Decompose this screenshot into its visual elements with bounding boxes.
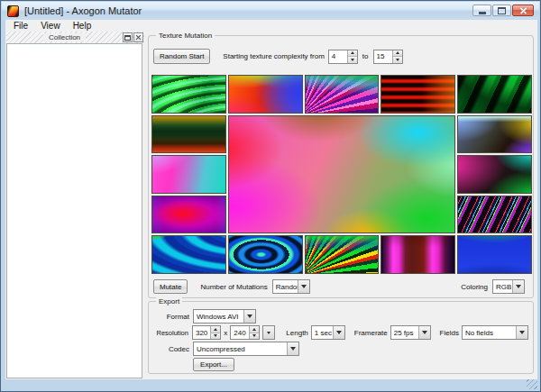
minimize-button[interactable] [472,5,491,16]
format-combobox[interactable]: Windows AVI [193,309,256,324]
texture-thumbnail-r4c1[interactable] [151,196,226,234]
maximize-icon [498,7,506,14]
export-button-row: Export... [153,358,528,371]
coloring-value: RGB [493,280,512,293]
texture-thumbnail-r5c1[interactable] [151,235,226,274]
spin-down-button[interactable] [348,57,357,63]
texture-thumbnail-r4c5[interactable] [457,196,532,234]
complexity-from-value: 4 [329,50,347,63]
arrow-down-icon [214,334,217,337]
coloring-combobox[interactable]: RGB [492,279,525,294]
spin-buttons [210,326,220,339]
format-value: Windows AVI [194,310,243,323]
spin-up-button[interactable] [393,50,402,58]
texture-thumbnail-r3c5[interactable] [457,155,532,194]
arrow-down-icon [516,285,521,288]
client-area: Collection Texture Mutation Random Start… [5,32,537,379]
export-group-title: Export [156,297,182,305]
codec-combobox[interactable]: Uncompressed [193,342,299,356]
length-combobox[interactable]: 1 sec [311,325,345,340]
complexity-from-spinbox[interactable]: 4 [328,50,358,64]
close-icon [519,6,527,14]
length-value: 1 sec [312,326,333,339]
resize-grip[interactable] [527,379,537,389]
resolution-x-label: x [224,329,227,337]
app-icon [7,5,19,17]
collection-float-button[interactable] [123,32,133,42]
texture-thumbnail-r5c5[interactable] [457,235,532,274]
complexity-to-spinbox[interactable]: 15 [373,50,403,64]
texture-thumbnail-r5c2[interactable] [228,235,303,274]
texture-mutation-group: Texture Mutation Random Start Starting t… [148,35,534,298]
complexity-label: Starting texture complexity from [223,52,324,60]
combo-dropdown-button[interactable] [287,342,298,355]
framerate-combobox[interactable]: 25 fps [390,325,431,340]
resolution-height-spinbox[interactable]: 240 [230,325,259,340]
arrow-down-icon [351,59,354,61]
texture-thumbnail-r5c3[interactable] [305,235,380,274]
dock-close-icon [135,34,142,41]
menu-bar: File View Help [5,20,537,32]
texture-thumbnail-r5c4[interactable] [381,235,455,274]
combo-dropdown-button[interactable] [333,326,344,339]
menu-file[interactable]: File [7,20,34,32]
resolution-width-spinbox[interactable]: 320 [192,325,221,340]
app-window: [Untitled] - Axogon Mutator File View He… [0,0,541,392]
collection-title: Collection [43,33,86,41]
close-button[interactable] [512,5,534,16]
menu-help[interactable]: Help [67,20,98,32]
texture-grid [151,75,532,274]
combo-dropdown-button[interactable] [512,280,524,293]
spin-buttons [249,326,259,339]
texture-thumbnail-r1c4[interactable] [381,75,455,114]
spin-down-button[interactable] [393,57,402,63]
window-title: [Untitled] - Axogon Mutator [24,5,142,16]
number-of-mutations-value: Random [273,280,298,293]
export-button[interactable]: Export... [193,358,234,371]
combo-dropdown-button[interactable] [418,326,430,339]
combo-dropdown-button[interactable] [298,280,309,293]
spin-down-button[interactable] [250,333,259,340]
start-controls-row: Random Start Starting texture complexity… [153,49,528,64]
maximize-button[interactable] [492,5,511,16]
number-of-mutations-combobox[interactable]: Random [272,279,310,294]
collection-titlebar[interactable]: Collection [6,32,144,43]
spin-buttons [392,50,402,63]
resolution-row: Resolution 320 x 240 Le [153,325,528,340]
resolution-preset-dropdown[interactable] [262,325,276,340]
collection-list[interactable] [6,43,142,378]
texture-thumbnail-r2c5[interactable] [457,115,532,154]
arrow-down-icon [422,331,427,334]
texture-thumbnail-r1c2[interactable] [228,75,303,114]
spin-up-button[interactable] [348,50,357,58]
to-label: to [362,52,369,60]
mutate-controls-row: Mutate Number of Mutations Random Colori… [153,279,528,294]
arrow-down-icon [301,285,307,288]
fields-combobox[interactable]: No fields [462,325,528,340]
mutate-button[interactable]: Mutate [153,279,188,294]
arrow-up-icon [351,51,354,54]
framerate-label: Framerate [354,329,388,337]
title-bar[interactable]: [Untitled] - Axogon Mutator [2,2,539,20]
minimize-icon [479,12,486,14]
texture-thumbnail-r2c1[interactable] [151,115,226,154]
arrow-up-icon [396,51,399,54]
collection-close-button[interactable] [133,32,143,42]
codec-row: Codec Uncompressed [153,342,528,356]
texture-thumbnail-r1c1[interactable] [151,75,226,114]
texture-thumbnail-r1c3[interactable] [305,75,380,114]
texture-thumbnail-r3c1[interactable] [151,155,226,194]
spin-up-button[interactable] [211,326,220,333]
random-start-button[interactable]: Random Start [153,49,210,64]
spin-down-button[interactable] [211,333,220,340]
texture-preview-center[interactable] [228,115,455,234]
arrow-down-icon [336,331,342,334]
codec-label: Codec [153,345,189,353]
texture-mutation-group-title: Texture Mutation [156,32,215,40]
combo-dropdown-button[interactable] [516,326,527,339]
combo-dropdown-button[interactable] [243,310,255,323]
spin-up-button[interactable] [250,326,259,333]
arrow-down-icon [247,315,252,318]
texture-thumbnail-r1c5[interactable] [457,75,532,114]
menu-view[interactable]: View [34,20,67,32]
